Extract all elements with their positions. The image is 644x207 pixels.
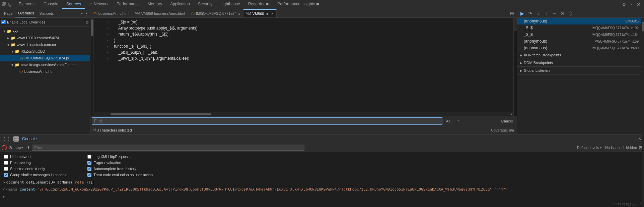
- call-stack-item-dollar2[interactable]: _$_$ IM0jQktM6FSQ.6771a74.js:164: [517, 31, 641, 38]
- settings-icon[interactable]: ⚙: [621, 2, 627, 7]
- code-tab-vm858[interactable]: VM VM858 businessAnnc.html: [132, 9, 188, 17]
- code-line: - }: [94, 37, 513, 43]
- code-scrollbar-h[interactable]: ›: [94, 112, 513, 116]
- log-xmlhttp-checkbox[interactable]: [87, 155, 91, 159]
- hide-network-checkbox[interactable]: [4, 155, 8, 159]
- console-result-text: <meta content="7Fj66C5phBZsU.M_uOxon5x2D…: [6, 187, 641, 193]
- console-filter-input[interactable]: [32, 145, 304, 151]
- context-selector[interactable]: top ▾: [14, 146, 25, 150]
- console-close-btn[interactable]: ✕: [638, 137, 641, 141]
- find-cancel-btn[interactable]: Cancel: [499, 118, 515, 124]
- tab-network[interactable]: ⚠ Network: [85, 0, 113, 9]
- global-listeners-header[interactable]: ▶ Global Listeners: [517, 67, 641, 74]
- eye-icon[interactable]: 👁: [26, 145, 30, 150]
- call-stack-item-anonymous2[interactable]: (anonymous) IM0jQktM6FSQ.6771a74.js:59: [517, 38, 641, 45]
- preserve-log-checkbox[interactable]: [4, 161, 8, 165]
- tab-elements[interactable]: Elements: [15, 0, 40, 9]
- dom-breakpoints-header[interactable]: ▶ DOM Breakpoints: [517, 59, 641, 66]
- debug-panel: ▶ ↷ ↓ ↑ → ⊘ ⬡ (anonymous) VM860:5: [517, 9, 644, 134]
- vm-icon: VM: [135, 11, 140, 15]
- debug-content: (anonymous) VM860:5 _$_$ IM0jQktM6FSQ.67…: [517, 18, 644, 134]
- sources-tab-overrides[interactable]: Overrides: [15, 9, 37, 17]
- tree-folder-ixk[interactable]: ▼ 📁 iXkZonSlgCbQ: [0, 48, 90, 55]
- chevron-icon: ▶: [520, 61, 522, 65]
- sources-tab-menu[interactable]: ⋮: [84, 11, 89, 16]
- hide-network-label: Hide network: [10, 155, 31, 159]
- tree-folder-10010[interactable]: ▶ 📁 www.10010.com/net5/074: [0, 35, 90, 41]
- console-prompt-input[interactable]: [6, 194, 641, 200]
- call-stack-item-anonymous1[interactable]: (anonymous) VM860:5: [517, 18, 641, 24]
- tree-file-im0jqkt[interactable]: JS IM0jQktM6FSQ.6771a74.js: [0, 55, 90, 61]
- console-toolbar: 🚫 ⊘ top ▾ 👁 Default levels ▾ No Issues 1…: [0, 143, 644, 152]
- step-btn[interactable]: →: [551, 10, 558, 17]
- enable-overrides-checkbox[interactable]: [1, 20, 6, 24]
- treat-code-eval-checkbox[interactable]: [87, 173, 91, 177]
- group-similar-checkbox[interactable]: [4, 173, 8, 177]
- selected-context-checkbox[interactable]: [4, 167, 8, 171]
- treat-code-eval-label: Treat code evaluation as user action: [93, 173, 153, 177]
- resume-btn[interactable]: ▶: [518, 10, 526, 17]
- default-levels-btn[interactable]: Default levels ▾: [575, 146, 604, 150]
- tab-close-icon[interactable]: ✕: [271, 12, 274, 15]
- step-out-btn[interactable]: ↑: [543, 10, 550, 17]
- deactivate-btn[interactable]: ⊘: [559, 10, 566, 17]
- setting-group-similar: Group similar messages in console: [4, 173, 67, 177]
- debug-toolbar: ▶ ↷ ↓ ↑ → ⊘ ⬡: [517, 9, 644, 18]
- tab-lighthouse[interactable]: Lighthouse: [216, 0, 244, 9]
- sources-tab-snippets[interactable]: Snippets: [37, 9, 56, 17]
- match-case-btn[interactable]: Aa: [444, 118, 453, 124]
- pause-exceptions-btn[interactable]: ⬡: [567, 10, 574, 17]
- scroll-right-icon[interactable]: ›: [509, 112, 513, 116]
- footer: CSDN @局外人_LZ: [0, 201, 644, 207]
- tree-file-businessannc[interactable]: <> businessAnnc.html: [0, 68, 90, 75]
- chevron-icon: ▶: [520, 53, 522, 57]
- call-stack-item-anonymous3[interactable]: (anonymous) IM0jQktM6FSQ.6771a74.js:689: [517, 45, 641, 51]
- more-icon[interactable]: ⋮: [629, 2, 634, 7]
- code-line: - _$bJ[_$$i[29]] = _$ab,: [94, 49, 513, 55]
- code-tab-businessannc[interactable]: <> businessAnnc.html: [90, 9, 132, 17]
- code-scrollbar-v-left[interactable]: [90, 18, 94, 116]
- xhr-breakpoints-header[interactable]: ▶ XHR/fetch Breakpoints: [517, 51, 641, 59]
- tab-memory[interactable]: Memory: [144, 0, 166, 9]
- code-tab-im0jqkt[interactable]: JS IM0jQktM6FSQ.6771a74.js: [188, 9, 243, 17]
- tab-recorder[interactable]: Recorder ⏺: [244, 0, 273, 9]
- regex-btn[interactable]: .*: [454, 118, 461, 124]
- tab-sources[interactable]: Sources: [62, 0, 85, 9]
- tree-folder-xxx[interactable]: ▼ 📁 xxx: [0, 28, 90, 35]
- code-tab-vm860[interactable]: VM VM860 ● ✕: [243, 9, 277, 17]
- folder-icon: 📁: [15, 49, 19, 54]
- find-input[interactable]: [92, 117, 442, 125]
- console-title[interactable]: Console: [22, 137, 37, 141]
- console-entry-result: < <meta content="7Fj66C5phBZsU.M_uOxon5x…: [0, 186, 644, 193]
- group-similar-label: Group similar messages in console: [10, 173, 67, 177]
- device-icon[interactable]: [8, 2, 13, 7]
- step-into-btn[interactable]: ↓: [534, 10, 542, 17]
- svg-rect-5: [9, 2, 11, 5]
- step-over-btn[interactable]: ↷: [526, 10, 534, 17]
- dock-icon[interactable]: ✕: [636, 2, 641, 7]
- sources-tab-more[interactable]: »: [80, 11, 83, 16]
- console-drag-handle[interactable]: ⋮⋮: [3, 137, 11, 141]
- autocomplete-history-checkbox[interactable]: [87, 167, 91, 171]
- call-stack-item-dollar1[interactable]: _$_$ IM0jQktM6FSQ.6771a74.js:192: [517, 24, 641, 31]
- eager-eval-checkbox[interactable]: [87, 161, 91, 165]
- inspect-icon[interactable]: [1, 2, 7, 7]
- debug-scroll-area[interactable]: (anonymous) VM860:5 _$_$ IM0jQktM6FSQ.67…: [517, 18, 641, 134]
- filter-icon[interactable]: ⊘: [8, 145, 12, 150]
- clear-overrides-icon[interactable]: ⊘: [85, 20, 89, 24]
- svg-rect-10: [14, 139, 18, 141]
- tab-application[interactable]: Application: [166, 0, 194, 9]
- tab-performance[interactable]: Performance: [113, 0, 144, 9]
- tab-console[interactable]: Console: [40, 0, 62, 9]
- clear-console-icon[interactable]: 🚫: [1, 145, 7, 150]
- tab-performance-insights[interactable]: Performance insights ⏺: [273, 0, 324, 9]
- tree-folder-newsite[interactable]: ▼ 📁 newsite/cgs-services/stockFinance: [0, 61, 90, 68]
- chevron-icon: ▼: [3, 30, 7, 33]
- console-prompt-sym: >: [3, 195, 5, 199]
- sources-tab-page[interactable]: Page: [1, 9, 15, 17]
- console-panel-icon[interactable]: [13, 136, 19, 142]
- tab-security[interactable]: Security: [194, 0, 216, 9]
- split-editor-icon[interactable]: ⊞: [509, 10, 515, 17]
- tree-folder-chinastock[interactable]: ▼ 📁 www.chinastock.com.cn: [0, 41, 90, 48]
- minimap: [513, 18, 517, 116]
